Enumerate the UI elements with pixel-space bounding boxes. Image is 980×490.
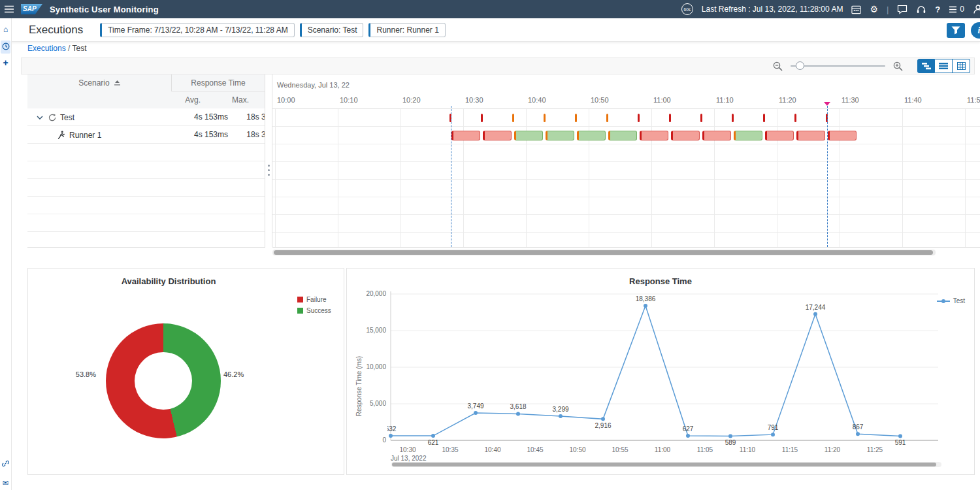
chevron-down-icon[interactable] xyxy=(37,116,43,120)
x-tick-label: 10:55 xyxy=(612,446,628,453)
execution-marker[interactable] xyxy=(700,114,702,122)
execution-marker[interactable] xyxy=(638,114,640,122)
execution-bar[interactable] xyxy=(765,131,794,140)
data-point[interactable] xyxy=(389,434,393,438)
legend-item-failure[interactable]: Failure xyxy=(297,296,331,303)
runner-icon xyxy=(57,131,65,139)
timeline-date-header: Wednesday, Jul 13, 22 xyxy=(277,81,350,89)
response-chart-scrollbar[interactable] xyxy=(391,462,941,467)
feedback-chat-icon[interactable] xyxy=(897,5,907,14)
data-point[interactable] xyxy=(601,417,605,421)
menu-icon[interactable] xyxy=(5,5,14,13)
breadcrumb-link-executions[interactable]: Executions xyxy=(27,44,66,53)
execution-bar[interactable] xyxy=(483,131,512,140)
execution-bar[interactable] xyxy=(608,131,637,140)
mail-icon[interactable]: ✉ xyxy=(0,479,11,487)
execution-marker[interactable] xyxy=(481,114,483,122)
settings-gear-icon[interactable]: ⚙ xyxy=(870,5,878,14)
legend-item-success[interactable]: Success xyxy=(297,307,331,314)
data-point[interactable] xyxy=(728,434,732,438)
filter-chip-runner[interactable]: Runner: Runner 1 xyxy=(368,23,445,37)
grid-line xyxy=(840,109,840,247)
list-view-icon xyxy=(939,62,948,70)
time-tick-label: 11:00 xyxy=(653,96,671,104)
view-list-button[interactable] xyxy=(935,59,953,73)
data-point[interactable] xyxy=(686,434,690,438)
execution-bar[interactable] xyxy=(514,131,543,140)
execution-marker[interactable] xyxy=(512,114,514,122)
availability-card: Availability Distribution FailureSuccess… xyxy=(27,268,344,475)
filter-chip-scenario[interactable]: Scenario: Test xyxy=(300,23,364,37)
data-point[interactable] xyxy=(431,434,435,438)
executions-history-icon[interactable] xyxy=(1,41,10,54)
execution-marker[interactable] xyxy=(732,114,734,122)
execution-bar[interactable] xyxy=(546,131,574,140)
info-button[interactable]: i xyxy=(971,22,980,39)
execution-bar[interactable] xyxy=(671,131,700,140)
availability-donut[interactable] xyxy=(106,323,221,438)
calendar-icon[interactable] xyxy=(851,5,861,14)
data-point[interactable] xyxy=(898,434,902,438)
support-headset-icon[interactable] xyxy=(916,5,926,14)
execution-bar[interactable] xyxy=(451,131,480,140)
x-tick-label: 11:25 xyxy=(867,446,883,453)
response-scrollbar-thumb[interactable] xyxy=(392,463,936,466)
help-icon[interactable]: ? xyxy=(935,5,940,14)
table-row-runner[interactable]: Runner 1 4s 153ms 18s 386ms xyxy=(27,126,265,144)
scenario-avg-response: 4s 153ms xyxy=(171,108,228,126)
filter-button[interactable] xyxy=(947,23,965,38)
zoom-slider-knob[interactable] xyxy=(796,61,804,70)
x-tick-label: 11:20 xyxy=(825,446,841,453)
data-point[interactable] xyxy=(771,433,775,436)
breadcrumb-separator: / xyxy=(68,44,70,53)
execution-bar[interactable] xyxy=(640,131,668,140)
data-point[interactable] xyxy=(856,432,860,436)
series-line xyxy=(391,306,900,436)
execution-bar[interactable] xyxy=(734,131,762,140)
execution-bar[interactable] xyxy=(796,131,825,140)
execution-marker[interactable] xyxy=(763,114,765,122)
data-point[interactable] xyxy=(813,312,817,316)
execution-bar[interactable] xyxy=(577,131,606,140)
column-response-time[interactable]: Response Time xyxy=(171,74,265,91)
zoom-out-icon[interactable] xyxy=(773,61,783,71)
column-max[interactable]: Max. xyxy=(218,91,265,108)
execution-bar[interactable] xyxy=(702,131,731,140)
availability-legend: FailureSuccess xyxy=(297,296,331,314)
execution-marker[interactable] xyxy=(669,114,671,122)
data-point[interactable] xyxy=(516,412,520,416)
data-point[interactable] xyxy=(644,304,647,308)
table-row-scenario[interactable]: Test 4s 153ms 18s 386ms xyxy=(27,108,265,126)
add-icon[interactable]: + xyxy=(0,57,11,68)
sort-ascending-icon[interactable] xyxy=(114,80,120,86)
data-point[interactable] xyxy=(474,411,478,415)
gantt-table-header: Scenario Response Time Avg. Max. xyxy=(27,74,265,109)
home-icon[interactable]: ⌂ xyxy=(0,25,11,34)
gantt-scrollbar[interactable] xyxy=(272,250,936,255)
grid-line xyxy=(965,109,966,247)
execution-marker[interactable] xyxy=(794,114,796,122)
zoom-slider[interactable] xyxy=(791,65,885,67)
execution-marker[interactable] xyxy=(606,114,608,122)
view-table-button[interactable] xyxy=(953,59,970,73)
table-chart-splitter[interactable] xyxy=(265,74,272,247)
execution-bar[interactable] xyxy=(828,131,857,140)
column-scenario[interactable]: Scenario xyxy=(27,74,171,91)
app-root: SAP Synthetic User Monitoring 60s Last R… xyxy=(0,0,980,490)
timeframe-end-marker[interactable] xyxy=(824,102,830,106)
execution-marker[interactable] xyxy=(544,114,546,122)
sap-logo[interactable]: SAP xyxy=(21,4,42,14)
data-point-label: 17,244 xyxy=(806,304,826,311)
view-gantt-button[interactable] xyxy=(917,59,935,73)
execution-marker[interactable] xyxy=(575,114,577,122)
refresh-countdown-badge[interactable]: 60s xyxy=(681,3,693,15)
column-avg[interactable]: Avg. xyxy=(171,91,218,108)
timeframe-start-line xyxy=(451,106,451,247)
notifications-icon[interactable]: 0 xyxy=(949,5,964,14)
gantt-scrollbar-thumb[interactable] xyxy=(274,250,933,255)
zoom-in-icon[interactable] xyxy=(893,61,903,71)
user-avatar-icon[interactable] xyxy=(973,4,980,14)
filter-chip-timeframe[interactable]: Time Frame: 7/13/22, 10:28 AM - 7/13/22,… xyxy=(100,23,294,37)
link-icon[interactable] xyxy=(0,459,11,470)
data-point[interactable] xyxy=(559,414,563,418)
